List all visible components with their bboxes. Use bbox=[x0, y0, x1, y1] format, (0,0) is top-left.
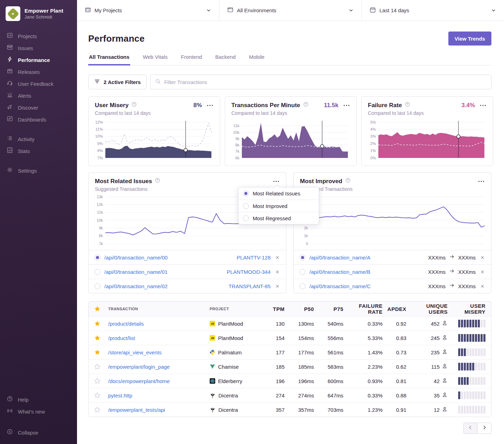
sidebar-item-dashboards[interactable]: Dashboards bbox=[0, 113, 77, 125]
star-outline-icon[interactable] bbox=[94, 392, 108, 398]
sidebar-footer: Help What’s new Collapse bbox=[0, 394, 77, 438]
close-icon[interactable] bbox=[275, 284, 280, 289]
sidebar-item-collapse[interactable]: Collapse bbox=[0, 426, 77, 438]
selector-all-environments[interactable]: All Environments bbox=[219, 0, 362, 21]
card-failure-rate: Failure Rate 3.4% Compared to last 14 da… bbox=[361, 96, 493, 166]
tab-mobile[interactable]: Mobile bbox=[248, 54, 265, 65]
card-menu-button[interactable] bbox=[478, 178, 485, 185]
transaction-link[interactable]: /api/0/transaction_name/A bbox=[309, 255, 370, 261]
transaction-link[interactable]: /api/0/transaction_name/C bbox=[309, 283, 371, 289]
table-row: /empowerplant/login_page Chamise 185185m… bbox=[89, 359, 491, 374]
close-icon[interactable] bbox=[275, 269, 280, 275]
sidebar-item-alerts[interactable]: Alerts bbox=[0, 90, 77, 102]
card-menu-button[interactable] bbox=[479, 102, 486, 109]
sidebar-item-projects[interactable]: Projects bbox=[0, 30, 77, 42]
help-icon[interactable] bbox=[405, 102, 410, 109]
sidebar-item-issues[interactable]: Issues bbox=[0, 42, 77, 54]
sidebar-item-activity[interactable]: Activity bbox=[0, 133, 77, 145]
help-icon[interactable] bbox=[345, 178, 351, 185]
svg-text:9%: 9% bbox=[97, 141, 103, 146]
transaction-link[interactable]: /product/list bbox=[108, 335, 210, 341]
transaction-link[interactable]: /product/details bbox=[108, 321, 210, 327]
radio-button[interactable] bbox=[300, 283, 306, 289]
sidebar-item-what-s-new[interactable]: What’s new bbox=[0, 405, 77, 417]
menu-item-most-regressed[interactable]: Most Regressed bbox=[238, 212, 319, 224]
issue-link[interactable]: TRANSPLANT-85 bbox=[229, 283, 271, 289]
tab-frontend[interactable]: Frontend bbox=[180, 54, 203, 65]
svg-text:9k: 9k bbox=[99, 226, 103, 230]
card-menu-button[interactable] bbox=[206, 102, 214, 109]
svg-text:13k: 13k bbox=[97, 195, 103, 199]
svg-text:12%: 12% bbox=[95, 120, 103, 124]
transaction-link[interactable]: /store/api_view_events bbox=[108, 349, 210, 355]
transaction-link[interactable]: /api/0/transaction_name/01 bbox=[104, 269, 168, 275]
help-icon[interactable] bbox=[131, 102, 137, 109]
radio-button[interactable] bbox=[94, 269, 100, 275]
alerts-icon bbox=[7, 92, 13, 99]
sidebar-item-help[interactable]: Help bbox=[0, 394, 77, 405]
svg-text:10k: 10k bbox=[97, 218, 103, 222]
active-filters-button[interactable]: 2 Active Filters bbox=[88, 75, 147, 89]
close-icon[interactable] bbox=[480, 284, 485, 289]
star-outline-icon[interactable] bbox=[94, 378, 108, 384]
sidebar-item-performance[interactable]: Performance bbox=[0, 54, 77, 66]
unique-users-cell: 245 bbox=[406, 334, 448, 341]
sidebar-item-stats[interactable]: Stats bbox=[0, 145, 77, 157]
selector-last-14-days[interactable]: Last 14 days bbox=[362, 0, 504, 21]
transaction-link[interactable]: /api/0/transaction_name/B bbox=[309, 269, 370, 275]
search-icon bbox=[155, 78, 161, 86]
transactions-per-minute-chart: 11k10k9k8k7k6k bbox=[231, 119, 350, 161]
dashboards-icon bbox=[7, 116, 13, 123]
tab-backend[interactable]: Backend bbox=[215, 54, 236, 65]
star-outline-icon[interactable] bbox=[94, 407, 108, 413]
radio-button[interactable] bbox=[94, 255, 100, 261]
transaction-link[interactable]: /empowerplant/login_page bbox=[108, 364, 210, 370]
selector-my-projects[interactable]: My Projects bbox=[77, 0, 219, 21]
issue-link[interactable]: PLANTMOOD-344 bbox=[227, 269, 271, 275]
menu-item-most-related-issues[interactable]: Most Related Issues bbox=[238, 187, 319, 200]
card-menu-button[interactable] bbox=[343, 102, 350, 109]
org-switcher[interactable]: ✦ Empower Plant Jane Schmidt bbox=[0, 6, 77, 21]
transaction-link[interactable]: /api/0/transaction_name/02 bbox=[104, 283, 168, 289]
issue-link[interactable]: PLANTTV-128 bbox=[237, 255, 271, 261]
radio-button bbox=[243, 203, 249, 209]
transaction-link[interactable]: /empowerplant_tests/api bbox=[108, 407, 210, 413]
next-page-button[interactable] bbox=[477, 423, 491, 434]
plant-icon bbox=[210, 393, 216, 398]
close-icon[interactable] bbox=[480, 255, 485, 260]
sidebar-item-releases[interactable]: Releases bbox=[0, 66, 77, 78]
close-icon[interactable] bbox=[275, 255, 280, 260]
star-filled-icon[interactable] bbox=[94, 320, 108, 327]
card-most-improved: Most Improved Suggested Transactions 6k5… bbox=[293, 172, 491, 293]
transaction-link[interactable]: /docs/empowerplant/home bbox=[108, 378, 210, 384]
search-input[interactable] bbox=[164, 79, 486, 85]
help-icon[interactable] bbox=[303, 102, 309, 109]
tab-web-vitals[interactable]: Web Vitals bbox=[142, 54, 168, 65]
help-icon[interactable] bbox=[155, 178, 160, 185]
stats-icon bbox=[7, 147, 13, 155]
view-trends-button[interactable]: View Trends bbox=[448, 32, 491, 46]
transaction-link[interactable]: pytest.http bbox=[108, 393, 210, 398]
filter-icon bbox=[94, 78, 100, 85]
star-outline-icon[interactable] bbox=[94, 363, 108, 370]
summary-cards: User Misery 8% Compared to last 14 days … bbox=[88, 96, 491, 166]
radio-button[interactable] bbox=[94, 283, 100, 289]
org-logo-icon: ✦ bbox=[6, 6, 20, 21]
close-icon[interactable] bbox=[480, 269, 485, 275]
person-icon bbox=[442, 377, 448, 384]
tab-all-transactions[interactable]: All Transactions bbox=[88, 54, 130, 65]
star-filled-icon[interactable] bbox=[94, 349, 108, 355]
sidebar-item-discover[interactable]: Discover bbox=[0, 102, 77, 113]
card-menu-button[interactable] bbox=[273, 178, 280, 185]
radio-button[interactable] bbox=[300, 255, 306, 261]
menu-item-most-improved[interactable]: Most Improved bbox=[238, 200, 319, 212]
radio-button[interactable] bbox=[300, 269, 306, 275]
sidebar-item-user-feedback[interactable]: User Feedback bbox=[0, 78, 77, 90]
transaction-link[interactable]: /api/0/transaction_name/00 bbox=[104, 255, 168, 261]
star-filled-icon[interactable] bbox=[94, 335, 108, 341]
sidebar-item-settings[interactable]: Settings bbox=[0, 165, 77, 176]
svg-text:4%: 4% bbox=[370, 127, 376, 131]
react-icon bbox=[210, 378, 215, 384]
svg-text:7k: 7k bbox=[99, 242, 103, 246]
svg-text:5%: 5% bbox=[370, 120, 376, 124]
